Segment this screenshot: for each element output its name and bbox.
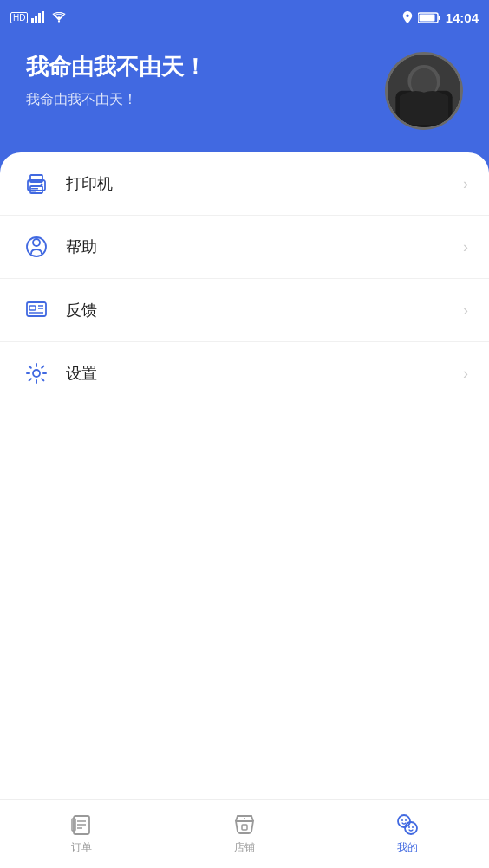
hd-badge: HD xyxy=(10,12,28,23)
svg-rect-32 xyxy=(242,825,247,830)
status-left: HD xyxy=(10,11,66,23)
settings-arrow: › xyxy=(463,365,468,383)
user-avatar[interactable] xyxy=(385,52,463,130)
help-arrow: › xyxy=(463,238,468,256)
nav-item-orders[interactable]: 订单 xyxy=(0,806,163,862)
svg-rect-16 xyxy=(31,188,38,190)
help-icon xyxy=(21,231,52,262)
header-subtitle: 我命由我不由天！ xyxy=(26,91,385,109)
svg-rect-15 xyxy=(30,186,42,193)
status-right: 14:04 xyxy=(402,10,479,25)
orders-nav-icon xyxy=(69,813,94,837)
svg-point-34 xyxy=(398,815,410,827)
header-text: 我命由我不由天！ 我命由我不由天！ xyxy=(26,52,385,109)
avatar-person xyxy=(388,55,460,127)
svg-rect-22 xyxy=(29,306,36,310)
help-label: 帮助 xyxy=(66,236,463,257)
svg-rect-7 xyxy=(438,16,440,20)
svg-point-37 xyxy=(405,819,407,821)
printer-label: 打印机 xyxy=(66,173,463,194)
svg-point-36 xyxy=(401,819,403,821)
svg-point-35 xyxy=(405,822,417,834)
svg-point-26 xyxy=(33,370,40,377)
svg-rect-8 xyxy=(419,14,434,21)
menu-list: 打印机 › 帮助 › xyxy=(0,152,489,405)
status-bar: HD xyxy=(0,0,489,35)
printer-arrow: › xyxy=(463,175,468,193)
orders-nav-label: 订单 xyxy=(71,840,92,855)
svg-rect-3 xyxy=(42,11,44,23)
svg-rect-17 xyxy=(31,191,36,192)
menu-section: 打印机 › 帮助 › xyxy=(0,152,489,799)
settings-icon xyxy=(21,358,52,389)
feedback-label: 反馈 xyxy=(66,300,463,321)
location-icon xyxy=(402,11,413,23)
menu-item-help[interactable]: 帮助 › xyxy=(0,216,489,279)
svg-rect-0 xyxy=(31,18,34,23)
app-container: HD xyxy=(0,0,489,868)
svg-point-18 xyxy=(41,184,43,186)
nav-item-shop[interactable]: 店铺 xyxy=(163,806,326,862)
printer-icon xyxy=(21,168,52,199)
svg-point-33 xyxy=(244,818,245,819)
battery-icon xyxy=(418,12,440,23)
shop-nav-label: 店铺 xyxy=(234,840,255,855)
mine-nav-icon xyxy=(395,813,420,837)
svg-rect-1 xyxy=(35,16,37,23)
shop-nav-icon xyxy=(232,813,257,837)
svg-point-4 xyxy=(58,20,60,22)
bottom-navigation: 订单 店铺 我的 xyxy=(0,799,489,868)
svg-point-5 xyxy=(406,15,409,18)
nav-item-mine[interactable]: 我的 xyxy=(326,806,489,862)
content-area: 我命由我不由天！ 我命由我不由天！ xyxy=(0,35,489,799)
svg-point-39 xyxy=(412,826,414,828)
avatar-silhouette xyxy=(388,55,460,127)
settings-label: 设置 xyxy=(66,363,463,384)
wifi-icon xyxy=(52,12,66,23)
mine-nav-label: 我的 xyxy=(397,840,418,855)
svg-point-38 xyxy=(408,826,410,828)
feedback-arrow: › xyxy=(463,301,468,320)
menu-item-feedback[interactable]: 反馈 › xyxy=(0,279,489,342)
menu-item-settings[interactable]: 设置 › xyxy=(0,342,489,405)
feedback-icon xyxy=(21,295,52,326)
svg-point-20 xyxy=(33,239,40,246)
time-display: 14:04 xyxy=(446,10,479,25)
signal-icon xyxy=(31,11,49,23)
menu-item-printer[interactable]: 打印机 › xyxy=(0,152,489,216)
svg-point-19 xyxy=(27,237,46,256)
header-title: 我命由我不由天！ xyxy=(26,52,385,82)
svg-rect-2 xyxy=(38,13,41,23)
